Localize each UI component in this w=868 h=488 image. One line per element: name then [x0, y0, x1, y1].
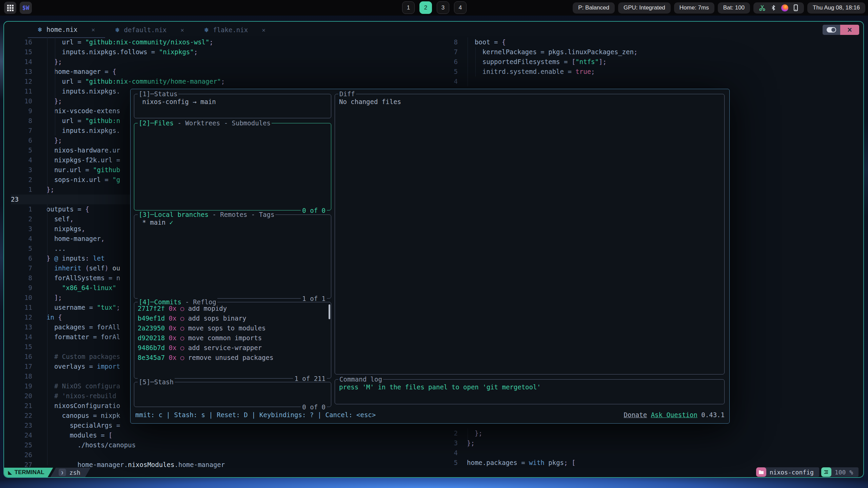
project-name[interactable]: nixos-config	[764, 467, 819, 477]
lazygit-files-panel[interactable]: [2]─Files - Worktrees - Submodules 0 of …	[134, 123, 331, 210]
version-label: 0.43.1	[701, 411, 725, 419]
ask-question-link[interactable]: Ask Question	[651, 411, 697, 419]
line-number: 26	[11, 450, 32, 460]
tray-pill	[753, 2, 804, 14]
battery-pill[interactable]: Bat: 100	[718, 2, 750, 14]
line-number: 3	[445, 438, 458, 448]
commit-row[interactable]: 2a23950 0x ○ move sops to modules	[134, 323, 331, 333]
line-number: 11	[11, 303, 32, 312]
phone-icon[interactable]	[793, 4, 798, 11]
code-line: 2 };	[445, 428, 859, 438]
line-number: 5	[445, 67, 458, 77]
scroll-percent: 100 %	[829, 467, 859, 477]
line-number: 25	[11, 440, 32, 450]
code-line: 4	[445, 77, 859, 86]
app-launcher-button[interactable]	[4, 2, 16, 14]
shell-segment: ❯ zsh	[51, 468, 91, 477]
commit-row[interactable]: 9486b7d 0x ○ add service-wrapper	[134, 343, 331, 353]
nix-snowflake-icon: ❄	[115, 26, 119, 34]
line-number: 4	[445, 448, 458, 458]
line-number: 6	[11, 136, 32, 145]
lazygit-diff-panel[interactable]: Diff No changed files	[335, 94, 725, 374]
line-number: 13	[11, 67, 32, 77]
donate-link[interactable]: Donate	[624, 411, 647, 419]
code-line: 26	[11, 450, 441, 460]
power-profile-pill[interactable]: P: Balanced	[573, 2, 615, 14]
wallpaper-glow	[0, 478, 868, 488]
tab-close-icon[interactable]: ×	[180, 26, 184, 34]
top-bar: $W 1 2 3 4 P: Balanced GPU: Integrated H…	[0, 0, 868, 16]
code-line: 13 home-manager = {	[11, 67, 441, 77]
workspace-3[interactable]: 3	[437, 1, 449, 14]
lazygit-stash-panel[interactable]: [5]─Stash 0 of 0	[134, 382, 331, 407]
line-number: 10	[11, 96, 32, 106]
workspace-2-active[interactable]: 2	[419, 1, 432, 14]
line-number: 20	[11, 391, 32, 401]
diff-content: No changed files	[335, 94, 724, 109]
lazygit-commits-panel[interactable]: [4]─Commits - Reflog 2717f2f 0x ○ add mo…	[134, 302, 331, 379]
scissors-icon[interactable]	[759, 4, 766, 11]
tab-close-icon[interactable]: ×	[262, 26, 265, 34]
line-number: 1	[11, 185, 32, 195]
line-number: 15	[11, 342, 32, 352]
line-number: 7	[11, 126, 32, 136]
mode-label: TERMINAL	[15, 469, 44, 476]
commits-scrollbar[interactable]	[329, 304, 330, 319]
line-number: 10	[11, 293, 32, 303]
tab-home-nix[interactable]: ❄ home.nix ×	[28, 22, 105, 38]
editor-tab-bar: ❄ home.nix × ❄ default.nix × ❄ flake.nix…	[28, 22, 276, 38]
workspace-switcher: 1 2 3 4	[402, 1, 467, 14]
keybinding-hints: mmit: c | Stash: s | Reset: D | Keybindi…	[135, 410, 376, 420]
tab-label: home.nix	[46, 26, 78, 33]
code-line: 12 url = "github:nix-community/home-mana…	[11, 77, 441, 86]
indent-guide	[47, 204, 47, 465]
code-line: 8 boot = {	[445, 37, 859, 47]
shell-label: zsh	[70, 469, 81, 476]
line-number: 12	[11, 312, 32, 322]
line-number: 15	[11, 47, 32, 57]
commit-row[interactable]: 8e345a7 0x ○ remove unused packages	[134, 353, 331, 363]
lazygit-status-panel[interactable]: [1]─Status nixos-config → main	[134, 94, 331, 118]
code-line: 24 modules = [	[11, 430, 441, 440]
clock-label: Thu Aug 08, 18:16	[813, 4, 860, 11]
bluetooth-icon[interactable]	[770, 4, 776, 11]
line-number: 19	[11, 381, 32, 391]
line-number: 12	[11, 77, 32, 86]
line-number: 24	[11, 430, 32, 440]
commit-row[interactable]: d920218 0x ○ move common imports	[134, 333, 331, 343]
tab-close-icon[interactable]: ×	[92, 26, 95, 33]
lazygit-branches-panel[interactable]: [3]─Local branches - Remotes - Tags * ma…	[134, 215, 331, 299]
window-manager-button[interactable]: $W	[20, 2, 32, 14]
line-number: 5	[11, 145, 32, 155]
network-latency-pill[interactable]: Home: 7ms	[674, 2, 714, 14]
close-icon: ×	[847, 25, 852, 35]
line-number: 16	[11, 352, 32, 362]
mode-segment: ◣ TERMINAL	[4, 468, 53, 477]
browser-icon[interactable]	[781, 4, 788, 12]
indent-guide	[468, 37, 468, 86]
lazygit-command-log-panel[interactable]: Command log press 'M' in the files panel…	[335, 379, 725, 404]
prompt-icon: ❯	[59, 469, 66, 476]
tab-flake-nix[interactable]: ❄ flake.nix ×	[194, 22, 276, 38]
terminal-status-bar: ◣ TERMINAL ❯ zsh nixos-config 100 %	[4, 467, 863, 477]
line-number: 5	[445, 458, 458, 468]
line-number: 7	[445, 47, 458, 57]
files-count: 0 of 0	[301, 206, 327, 215]
nix-snowflake-icon: ❄	[38, 25, 42, 34]
line-number: 5	[11, 244, 32, 253]
gpu-pill[interactable]: GPU: Integrated	[618, 2, 671, 14]
clock-pill[interactable]: Thu Aug 08, 18:16	[807, 2, 865, 14]
line-number: 23	[11, 421, 32, 430]
line-number: 1	[11, 204, 32, 214]
line-number: 14	[11, 57, 32, 67]
toggle-switch[interactable]	[823, 25, 840, 35]
line-number: 4	[11, 234, 32, 244]
close-button[interactable]: ×	[840, 25, 859, 35]
workspace-4[interactable]: 4	[454, 1, 467, 14]
tab-default-nix[interactable]: ❄ default.nix ×	[105, 22, 194, 38]
commit-row[interactable]: b49ef1d 0x ○ add sops binary	[134, 313, 331, 323]
workspace-1[interactable]: 1	[402, 1, 415, 14]
line-number: 8	[11, 116, 32, 126]
line-number: 4	[445, 77, 458, 86]
code-line: 14 };	[11, 57, 441, 67]
